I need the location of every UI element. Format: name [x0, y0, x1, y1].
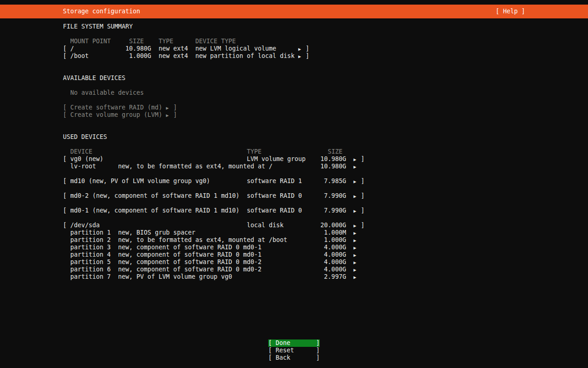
size-value: 7.990G — [320, 192, 346, 200]
size-value: 2.997G — [320, 273, 346, 281]
device-type: new LVM logical volume — [195, 45, 276, 52]
expand-arrow-icon: ▶ — [298, 45, 301, 53]
button-label: Back — [276, 354, 290, 362]
used-device-row-md0-2[interactable]: [ md0-2 (new, component of software RAID… — [63, 192, 78, 200]
bracket-close: ] — [305, 52, 309, 60]
used-device-row-lv-root[interactable]: lv-root new, to be formatted as ext4, mo… — [63, 163, 78, 170]
bracket-open: [ — [63, 207, 67, 214]
device-label: partition 3 — [70, 244, 111, 251]
device-label: partition 6 — [70, 266, 111, 273]
bracket-open: [ — [268, 339, 272, 347]
expand-arrow-icon: ▶ — [353, 251, 356, 259]
used-devices-table-header: DEVICE TYPE SIZE — [63, 148, 78, 155]
expand-arrow-icon: ▶ — [166, 111, 169, 119]
create-volume-group-button[interactable]: [ Create volume group (LVM) ▶ ] — [63, 111, 78, 119]
device-label: vg0 (new) — [70, 155, 103, 163]
expand-arrow-icon: ▶ — [353, 192, 356, 200]
device-annotation: new, component of software RAID 0 md0-2 — [118, 266, 261, 273]
size-value: 1.000G — [125, 52, 151, 60]
used-device-row-partition-7[interactable]: partition 7 new, PV of LVM volume group … — [63, 273, 78, 281]
fs-type: new ext4 — [158, 45, 188, 52]
expand-arrow-icon: ▶ — [353, 222, 356, 230]
device-annotation: new, PV of LVM volume group vg0 — [118, 273, 232, 281]
device-annotation: new, component of software RAID 0 md0-1 — [118, 251, 261, 259]
button-label: Create volume group (LVM) — [70, 111, 162, 119]
expand-arrow-icon: ▶ — [166, 104, 169, 112]
used-device-row-partition-6[interactable]: partition 6 new, component of software R… — [63, 266, 78, 273]
device-type: local disk — [247, 222, 283, 229]
expand-arrow-icon: ▶ — [353, 259, 356, 266]
col-header-mount-point: MOUNT POINT — [70, 38, 111, 45]
device-label: md10 (new, PV of LVM volume group vg0) — [70, 178, 210, 185]
bracket-open: [ — [268, 347, 272, 354]
used-device-row-partition-2[interactable]: partition 2 new, to be formatted as ext4… — [63, 236, 78, 244]
bracket-close: ] — [361, 155, 364, 163]
size-value: 1.000G — [320, 236, 346, 244]
used-device-row-vg0[interactable]: [ vg0 (new) LVM volume group 10.980G ▶ ] — [63, 155, 78, 163]
bracket-open: [ — [63, 192, 67, 200]
used-device-row-partition-4[interactable]: partition 4 new, component of software R… — [63, 251, 78, 259]
size-value: 10.980G — [125, 45, 151, 52]
help-button[interactable]: [ Help ] — [496, 8, 525, 15]
device-label: partition 2 — [70, 236, 111, 244]
used-device-row-partition-1[interactable]: partition 1 new, BIOS grub spacer 1.000M… — [63, 229, 78, 236]
bracket-open: [ — [63, 52, 67, 60]
col-header-type: TYPE — [158, 38, 173, 45]
bracket-open: [ — [63, 111, 67, 119]
expand-arrow-icon: ▶ — [353, 266, 356, 274]
device-label: lv-root — [70, 163, 96, 170]
device-label: partition 5 — [70, 259, 111, 266]
col-header-size: SIZE — [328, 148, 342, 155]
col-header-device-type: DEVICE TYPE — [195, 38, 236, 45]
col-header-type: TYPE — [247, 148, 261, 155]
fs-summary-row-boot[interactable]: [ /boot 1.000G new ext4 new partition of… — [63, 52, 78, 60]
button-label: Create software RAID (md) — [70, 104, 162, 111]
storage-configuration-screen: Storage configuration [ Help ] FILE SYST… — [0, 0, 588, 368]
size-value: 4.000G — [320, 244, 346, 251]
fs-summary-row-root[interactable]: [ / 10.980G new ext4 new LVM logical vol… — [63, 45, 78, 52]
mount-point: / — [70, 45, 74, 52]
bracket-open: [ — [63, 155, 67, 163]
fs-summary-table-header: MOUNT POINT SIZE TYPE DEVICE TYPE — [63, 38, 78, 45]
back-button[interactable]: [ Back ] — [268, 354, 320, 362]
bracket-close: ] — [173, 111, 177, 119]
size-value: 7.990G — [320, 207, 346, 214]
size-value: 20.000G — [320, 222, 346, 229]
no-available-devices-message: No available devices — [63, 89, 78, 97]
used-device-row-md10[interactable]: [ md10 (new, PV of LVM volume group vg0)… — [63, 178, 78, 185]
device-annotation: new, to be formatted as ext4, mounted at… — [118, 163, 272, 170]
page-title: Storage configuration — [63, 8, 140, 15]
reset-button[interactable]: [ Reset ] — [268, 347, 320, 354]
bracket-open: [ — [63, 104, 67, 111]
done-button[interactable]: [ Done ] — [268, 339, 320, 347]
used-device-row-partition-5[interactable]: partition 5 new, component of software R… — [63, 259, 78, 266]
device-type: software RAID 1 — [247, 178, 302, 185]
size-value: 10.980G — [320, 163, 346, 170]
used-device-row-sda[interactable]: [ /dev/sda local disk 20.000G ▶ ] — [63, 222, 78, 229]
device-label: /dev/sda — [70, 222, 100, 229]
button-label: Reset — [276, 347, 294, 354]
expand-arrow-icon: ▶ — [353, 178, 356, 185]
create-software-raid-button[interactable]: [ Create software RAID (md) ▶ ] — [63, 104, 78, 111]
fs-summary-section-title: FILE SYSTEM SUMMARY — [63, 23, 133, 30]
bracket-open: [ — [63, 45, 67, 52]
expand-arrow-icon: ▶ — [298, 52, 301, 60]
device-type: LVM volume group — [247, 155, 305, 163]
used-devices-section-title: USED DEVICES — [63, 133, 107, 141]
bracket-close: ] — [173, 104, 177, 111]
fs-type: new ext4 — [158, 52, 188, 60]
expand-arrow-icon: ▶ — [353, 244, 356, 252]
size-value: 10.980G — [320, 155, 346, 163]
device-type: software RAID 0 — [247, 192, 302, 200]
expand-arrow-icon: ▶ — [353, 155, 356, 163]
size-value: 4.000G — [320, 266, 346, 273]
size-value: 1.000M — [320, 229, 346, 236]
expand-arrow-icon: ▶ — [353, 163, 356, 171]
expand-arrow-icon: ▶ — [353, 273, 356, 281]
device-annotation: new, component of software RAID 0 md0-2 — [118, 259, 261, 266]
used-device-row-md0-1[interactable]: [ md0-1 (new, component of software RAID… — [63, 207, 78, 214]
bracket-open: [ — [268, 354, 272, 362]
used-device-row-partition-3[interactable]: partition 3 new, component of software R… — [63, 244, 78, 251]
bracket-close: ] — [361, 178, 364, 185]
device-label: partition 7 — [70, 273, 111, 281]
